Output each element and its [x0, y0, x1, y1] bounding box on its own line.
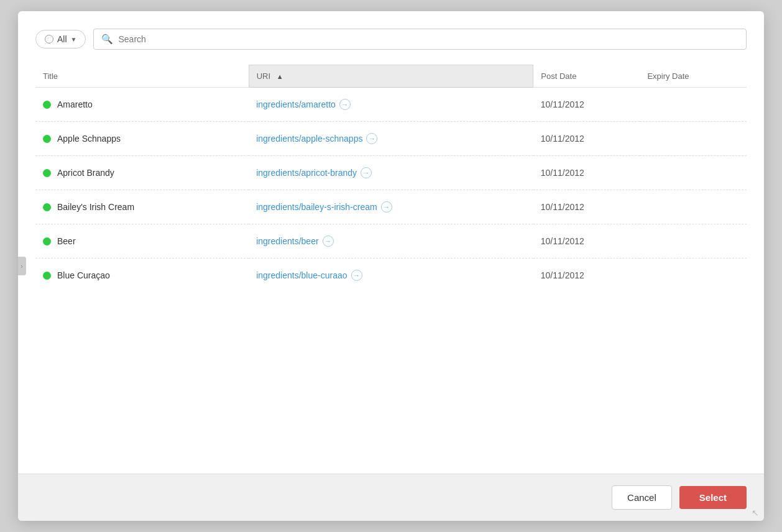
title-cell: Apricot Brandy	[35, 156, 249, 190]
uri-cell: ingredients/apple-schnapps →	[249, 122, 533, 156]
title-cell: Bailey's Irish Cream	[35, 190, 249, 224]
navigate-icon: →	[366, 133, 377, 144]
navigate-icon: →	[323, 236, 334, 247]
uri-link[interactable]: ingredients/apple-schnapps →	[256, 133, 526, 144]
uri-text: ingredients/apricot-brandy	[256, 168, 357, 178]
uri-link[interactable]: ingredients/blue-curaao →	[256, 270, 526, 281]
navigate-icon: →	[361, 167, 372, 178]
post-date-cell: 10/11/2012	[533, 88, 640, 122]
select-button[interactable]: Select	[679, 486, 747, 509]
col-header-expiry-date[interactable]: Expiry Date	[640, 65, 747, 88]
uri-text: ingredients/amaretto	[256, 99, 336, 109]
table-row[interactable]: Amaretto ingredients/amaretto → 10/11/20…	[35, 88, 747, 122]
status-dot	[43, 169, 51, 177]
expiry-date-cell	[640, 190, 747, 224]
left-edge-tab[interactable]: ›	[18, 257, 26, 275]
post-date-cell: 10/11/2012	[533, 156, 640, 190]
expiry-date-cell	[640, 259, 747, 293]
title-text: Blue Curaçao	[57, 270, 110, 280]
uri-cell: ingredients/blue-curaao →	[249, 259, 533, 293]
title-text: Apricot Brandy	[57, 168, 114, 178]
title-cell: Apple Schnapps	[35, 122, 249, 156]
title-cell: Amaretto	[35, 88, 249, 122]
chevron-down-icon: ▼	[71, 36, 77, 43]
table-row[interactable]: Bailey's Irish Cream ingredients/bailey-…	[35, 190, 747, 224]
col-header-uri[interactable]: URI ▲	[249, 65, 533, 88]
status-dot	[43, 272, 51, 280]
post-date-cell: 10/11/2012	[533, 190, 640, 224]
modal-dialog: › All ▼ 🔍 Title	[18, 11, 764, 521]
expiry-date-cell	[640, 156, 747, 190]
title-cell: Blue Curaçao	[35, 259, 249, 293]
title-text: Bailey's Irish Cream	[57, 202, 134, 212]
col-header-post-date[interactable]: Post Date	[533, 65, 640, 88]
uri-link[interactable]: ingredients/apricot-brandy →	[256, 167, 526, 178]
uri-cell: ingredients/amaretto →	[249, 88, 533, 122]
uri-text: ingredients/blue-curaao	[256, 270, 347, 280]
uri-text: ingredients/apple-schnapps	[256, 134, 362, 144]
table-container: Title URI ▲ Post Date Expiry Date	[35, 65, 747, 459]
uri-cell: ingredients/bailey-s-irish-cream →	[249, 190, 533, 224]
status-dot	[43, 203, 51, 211]
filter-all-button[interactable]: All ▼	[35, 30, 86, 48]
sort-asc-icon: ▲	[277, 73, 283, 80]
resize-handle[interactable]: ↖	[752, 508, 759, 516]
title-text: Amaretto	[57, 99, 93, 109]
title-text: Apple Schnapps	[57, 134, 121, 144]
radio-icon	[45, 35, 53, 44]
expiry-date-cell	[640, 224, 747, 259]
post-date-cell: 10/11/2012	[533, 259, 640, 293]
post-date-cell: 10/11/2012	[533, 122, 640, 156]
uri-text: ingredients/bailey-s-irish-cream	[256, 202, 377, 212]
table-header-row: Title URI ▲ Post Date Expiry Date	[35, 65, 747, 88]
status-dot	[43, 237, 51, 245]
expiry-date-cell	[640, 122, 747, 156]
expiry-date-cell	[640, 88, 747, 122]
table-row[interactable]: Apricot Brandy ingredients/apricot-brand…	[35, 156, 747, 190]
toolbar: All ▼ 🔍	[35, 29, 747, 50]
search-input[interactable]	[118, 34, 738, 44]
navigate-icon: →	[381, 201, 392, 213]
search-box: 🔍	[93, 29, 747, 50]
uri-link[interactable]: ingredients/bailey-s-irish-cream →	[256, 201, 526, 213]
content-table: Title URI ▲ Post Date Expiry Date	[35, 65, 747, 292]
table-body: Amaretto ingredients/amaretto → 10/11/20…	[35, 88, 747, 293]
modal-body: All ▼ 🔍 Title URI ▲	[18, 11, 764, 459]
cancel-button[interactable]: Cancel	[612, 485, 672, 510]
search-icon: 🔍	[101, 34, 113, 45]
uri-link[interactable]: ingredients/beer →	[256, 236, 526, 247]
table-row[interactable]: Apple Schnapps ingredients/apple-schnapp…	[35, 122, 747, 156]
post-date-cell: 10/11/2012	[533, 224, 640, 259]
col-header-title[interactable]: Title	[35, 65, 249, 88]
title-text: Beer	[57, 236, 76, 246]
status-dot	[43, 101, 51, 109]
navigate-icon: →	[351, 270, 362, 281]
status-dot	[43, 135, 51, 143]
modal-footer: Cancel Select	[18, 474, 764, 521]
uri-cell: ingredients/apricot-brandy →	[249, 156, 533, 190]
table-row[interactable]: Blue Curaçao ingredients/blue-curaao → 1…	[35, 259, 747, 293]
title-cell: Beer	[35, 224, 249, 259]
uri-text: ingredients/beer	[256, 236, 318, 246]
table-row[interactable]: Beer ingredients/beer → 10/11/2012	[35, 224, 747, 259]
filter-label: All	[57, 34, 67, 44]
navigate-icon: →	[339, 99, 351, 110]
uri-cell: ingredients/beer →	[249, 224, 533, 259]
uri-link[interactable]: ingredients/amaretto →	[256, 99, 526, 110]
